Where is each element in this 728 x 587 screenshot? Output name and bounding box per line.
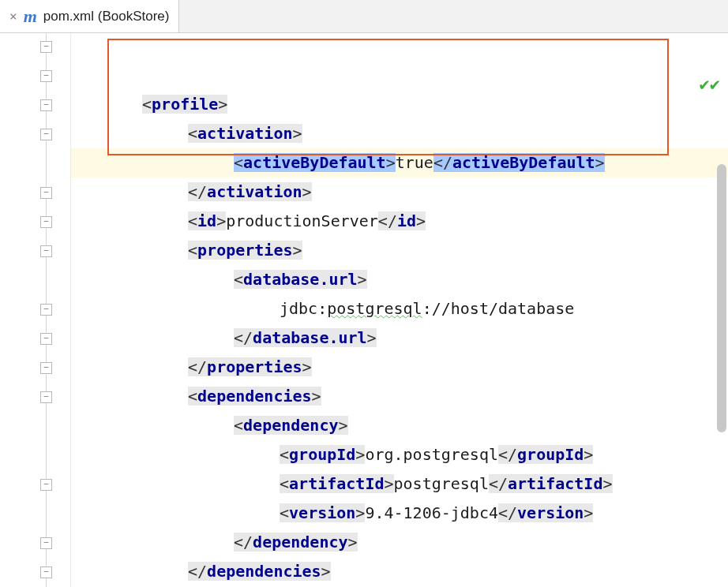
code-line[interactable]: </dependency> (71, 528, 728, 557)
fold-toggle-icon[interactable] (40, 41, 52, 53)
fold-toggle-icon[interactable] (40, 304, 52, 316)
code-line[interactable]: <groupId>org.postgresql</groupId> (71, 440, 728, 469)
code-line[interactable]: <activeByDefault>true</activeByDefault> (71, 148, 728, 178)
fold-toggle-icon[interactable] (40, 245, 52, 257)
close-tab-icon[interactable]: × (9, 9, 17, 24)
code-area[interactable]: <profile><activation><activeByDefault>tr… (71, 33, 728, 587)
fold-toggle-icon[interactable] (40, 99, 52, 111)
fold-toggle-icon[interactable] (40, 216, 52, 228)
file-tab[interactable]: × m pom.xml (BookStore) (0, 0, 179, 32)
fold-toggle-icon[interactable] (40, 537, 52, 549)
code-line[interactable]: </database.url> (71, 323, 728, 353)
tab-bar: × m pom.xml (BookStore) (0, 0, 728, 33)
fold-toggle-icon[interactable] (40, 70, 52, 82)
scrollbar[interactable] (715, 69, 728, 587)
code-line[interactable]: <dependency> (71, 411, 728, 440)
maven-file-icon: m (24, 6, 37, 27)
fold-toggle-icon[interactable] (40, 362, 52, 374)
code-line[interactable]: <id>productionServer</id> (71, 207, 728, 236)
fold-toggle-icon[interactable] (40, 566, 52, 578)
code-line[interactable]: </dependencies> (71, 557, 728, 586)
code-line[interactable]: <artifactId>postgresql</artifactId> (71, 469, 728, 499)
editor[interactable]: <profile><activation><activeByDefault>tr… (0, 33, 728, 587)
code-line[interactable]: <activation> (71, 119, 728, 148)
code-line[interactable]: <properties> (71, 236, 728, 265)
scroll-thumb[interactable] (717, 164, 726, 432)
code-line[interactable]: <version>9.4-1206-jdbc4</version> (71, 499, 728, 528)
fold-toggle-icon[interactable] (40, 129, 52, 140)
fold-toggle-icon[interactable] (40, 333, 52, 345)
code-line[interactable]: </activation> (71, 178, 728, 207)
code-line[interactable]: <dependencies> (71, 382, 728, 411)
tab-filename: pom.xml (BookStore) (43, 9, 170, 24)
code-line[interactable]: </properties> (71, 353, 728, 382)
code-line[interactable]: <database.url> (71, 265, 728, 294)
gutter[interactable] (0, 33, 71, 587)
fold-toggle-icon[interactable] (40, 479, 52, 491)
fold-toggle-icon[interactable] (40, 391, 52, 403)
code-line[interactable]: jdbc:postgresql://host/database (71, 294, 728, 323)
code-line[interactable]: <profile> (71, 90, 728, 119)
inspection-ok-icon[interactable]: ✔✔ (700, 74, 721, 94)
fold-toggle-icon[interactable] (40, 187, 52, 199)
